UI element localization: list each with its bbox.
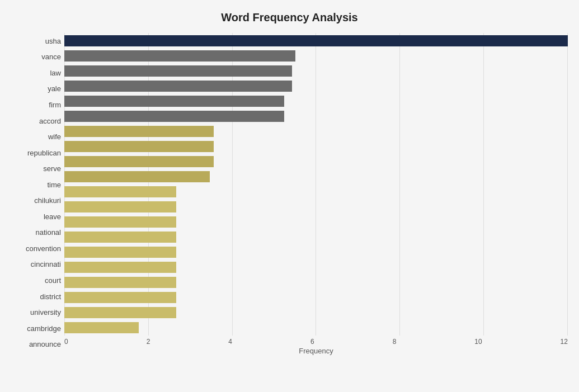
y-label: court: [11, 277, 61, 284]
bar-row: [64, 184, 568, 199]
x-tick: 6: [310, 338, 314, 346]
bar: [64, 126, 214, 137]
x-tick: 8: [393, 338, 397, 346]
y-label: wife: [11, 133, 61, 140]
bar-row: [64, 230, 568, 245]
y-label: law: [11, 69, 61, 77]
x-tick: 4: [228, 338, 232, 346]
bar-row: [64, 124, 568, 139]
y-label: announce: [11, 341, 61, 348]
bar-row: [64, 93, 568, 108]
bar: [64, 216, 176, 228]
bar-row: [64, 320, 568, 336]
bar-row: [64, 33, 568, 48]
chart-title: Word Frequency Analysis: [11, 11, 568, 24]
y-label: yale: [11, 85, 61, 92]
bar: [64, 65, 292, 77]
x-tick: 0: [64, 338, 68, 346]
bar: [64, 277, 176, 288]
bars-wrapper: [64, 33, 568, 336]
y-label: accord: [11, 117, 61, 125]
bar: [64, 201, 176, 212]
y-label: chilukuri: [11, 197, 61, 204]
y-label: time: [11, 181, 61, 188]
bar-row: [64, 108, 568, 124]
y-label: serve: [11, 165, 61, 172]
bar-row: [64, 245, 568, 260]
bar-row: [64, 63, 568, 78]
bar-row: [64, 200, 568, 215]
y-label: district: [11, 293, 61, 300]
bar-row: [64, 78, 568, 93]
y-label: leave: [11, 213, 61, 220]
y-label: cambridge: [11, 325, 61, 332]
bar: [64, 232, 176, 243]
y-label: vance: [11, 53, 61, 60]
bar-row: [64, 48, 568, 63]
bar: [64, 96, 284, 107]
y-label: convention: [11, 245, 61, 252]
bar: [64, 50, 295, 62]
bar: [64, 292, 176, 303]
bar-row: [64, 260, 568, 275]
x-ticks: 024681012: [64, 336, 568, 346]
y-label: firm: [11, 101, 61, 108]
y-label: cincinnati: [11, 261, 61, 268]
bar-row: [64, 275, 568, 290]
bar: [64, 262, 176, 273]
bar-row: [64, 290, 568, 305]
x-axis-label: Frequency: [64, 347, 568, 355]
bar: [64, 81, 292, 92]
bar-row: [64, 305, 568, 320]
bar: [64, 186, 176, 197]
bar-row: [64, 215, 568, 230]
bar-row: [64, 139, 568, 154]
bar: [64, 247, 176, 258]
y-label: republican: [11, 149, 61, 157]
plot-area: 024681012 Frequency: [64, 33, 568, 352]
bar: [64, 171, 210, 182]
bar: [64, 141, 214, 152]
y-label: usha: [11, 37, 61, 45]
y-label: university: [11, 309, 61, 316]
x-tick: 10: [474, 338, 482, 346]
bar: [64, 307, 176, 318]
bar: [64, 35, 568, 46]
bar-row: [64, 169, 568, 184]
bar: [64, 111, 284, 122]
chart-container: Word Frequency Analysis ushavancelawyale…: [0, 0, 579, 392]
y-label: national: [11, 229, 61, 236]
bar: [64, 156, 214, 167]
x-tick: 12: [561, 338, 568, 346]
chart-area: ushavancelawyalefirmaccordwiferepublican…: [11, 33, 568, 352]
y-labels: ushavancelawyalefirmaccordwiferepublican…: [11, 33, 64, 352]
x-axis: 024681012 Frequency: [64, 336, 568, 352]
x-tick: 2: [147, 338, 150, 346]
bar: [64, 322, 139, 333]
bar-row: [64, 154, 568, 169]
